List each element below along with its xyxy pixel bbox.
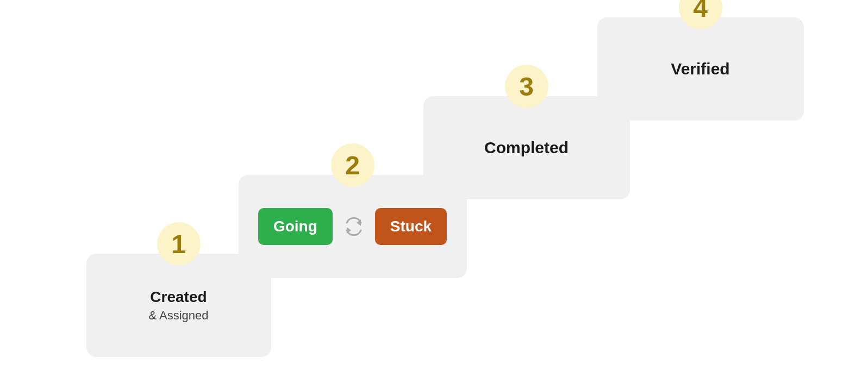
step-1-number: 1 (171, 229, 186, 259)
step-2-badge: 2 (331, 143, 374, 187)
step-1-title: Created (150, 288, 207, 306)
step-3-title: Completed (484, 139, 569, 157)
step-3-number: 3 (519, 72, 534, 102)
step-1-subtitle: & Assigned (148, 309, 208, 323)
step-4-number: 4 (693, 0, 708, 23)
going-button[interactable]: Going (258, 208, 333, 245)
staircase-diagram: 1 Created & Assigned 2 Going Stuck (54, 20, 815, 357)
step-2-number: 2 (345, 150, 360, 180)
stuck-button[interactable]: Stuck (375, 208, 447, 245)
step-4-wrapper: 4 Verified (597, 0, 804, 121)
step-3-badge: 3 (505, 65, 548, 108)
step-1-badge: 1 (157, 222, 201, 266)
step-4-title: Verified (671, 60, 729, 78)
swap-icon (342, 215, 365, 238)
step-4-card: Verified (597, 17, 804, 121)
